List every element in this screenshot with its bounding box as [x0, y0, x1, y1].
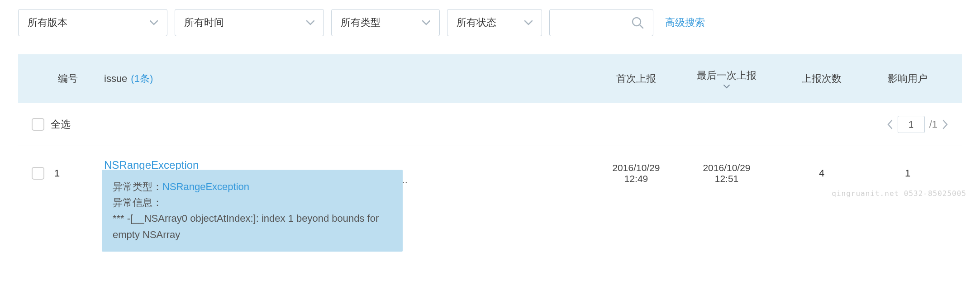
- pagination: /1: [887, 116, 948, 133]
- row-checkbox[interactable]: [32, 167, 44, 180]
- header-id: 编号: [32, 72, 104, 86]
- select-all-label: 全选: [51, 118, 71, 131]
- prev-page-icon[interactable]: [887, 119, 893, 129]
- header-issue-label: issue: [104, 73, 127, 85]
- tooltip-type-label: 异常类型：: [113, 179, 162, 195]
- first-time: 12:49: [595, 173, 677, 184]
- filter-version[interactable]: 所有版本: [18, 9, 167, 36]
- chevron-down-icon: [524, 20, 533, 25]
- chevron-down-icon: [723, 84, 730, 89]
- tooltip: 异常类型： NSRangeException 异常信息： *** -[__NSA…: [102, 170, 403, 201]
- last-date: 2016/10/29: [677, 162, 776, 173]
- filter-version-label: 所有版本: [28, 16, 67, 29]
- row-first-report: 2016/10/29 12:49: [595, 162, 677, 184]
- next-page-icon[interactable]: [942, 119, 948, 129]
- filter-type-label: 所有类型: [341, 16, 381, 29]
- header-affected-users[interactable]: 影响用户: [867, 72, 948, 86]
- select-all-checkbox[interactable]: [32, 118, 44, 131]
- filter-time-label: 所有时间: [184, 16, 224, 29]
- header-issue: issue (1条): [104, 72, 595, 86]
- table-header: 编号 issue (1条) 首次上报 最后一次上报 上报次数 影响用户: [18, 54, 962, 103]
- select-all-row: 全选 /1: [18, 103, 962, 146]
- advanced-search-link[interactable]: 高级搜索: [665, 16, 705, 29]
- chevron-down-icon: [306, 20, 314, 25]
- row-id: 1: [54, 167, 104, 179]
- search-icon: [631, 16, 644, 29]
- header-issue-count: (1条): [131, 72, 153, 86]
- row-report-count: 4: [776, 167, 867, 179]
- page-total: /1: [929, 119, 937, 130]
- chevron-down-icon: [422, 20, 430, 25]
- header-last-report-label: 最后一次上报: [697, 69, 756, 82]
- tooltip-info-label: 异常信息：: [113, 195, 162, 201]
- header-last-report[interactable]: 最后一次上报: [677, 69, 776, 89]
- tooltip-type-value[interactable]: NSRangeException: [162, 179, 249, 195]
- header-first-report[interactable]: 首次上报: [595, 72, 677, 86]
- row-last-report: 2016/10/29 12:51: [677, 162, 776, 184]
- last-time: 12:51: [677, 173, 776, 184]
- filter-status[interactable]: 所有状态: [447, 9, 542, 36]
- search-input[interactable]: [549, 9, 653, 36]
- first-date: 2016/10/29: [595, 162, 677, 173]
- filters-row: 所有版本 所有时间 所有类型 所有状态 高级搜索: [18, 9, 962, 36]
- svg-line-1: [640, 25, 643, 28]
- header-report-count[interactable]: 上报次数: [776, 72, 867, 86]
- row-affected-users: 1: [867, 167, 948, 179]
- filter-type[interactable]: 所有类型: [331, 9, 440, 36]
- page-input[interactable]: [898, 116, 925, 133]
- watermark: qingruanit.net 0532-85025005: [832, 189, 966, 198]
- filter-time[interactable]: 所有时间: [175, 9, 324, 36]
- chevron-down-icon: [150, 20, 158, 25]
- filter-status-label: 所有状态: [457, 16, 496, 29]
